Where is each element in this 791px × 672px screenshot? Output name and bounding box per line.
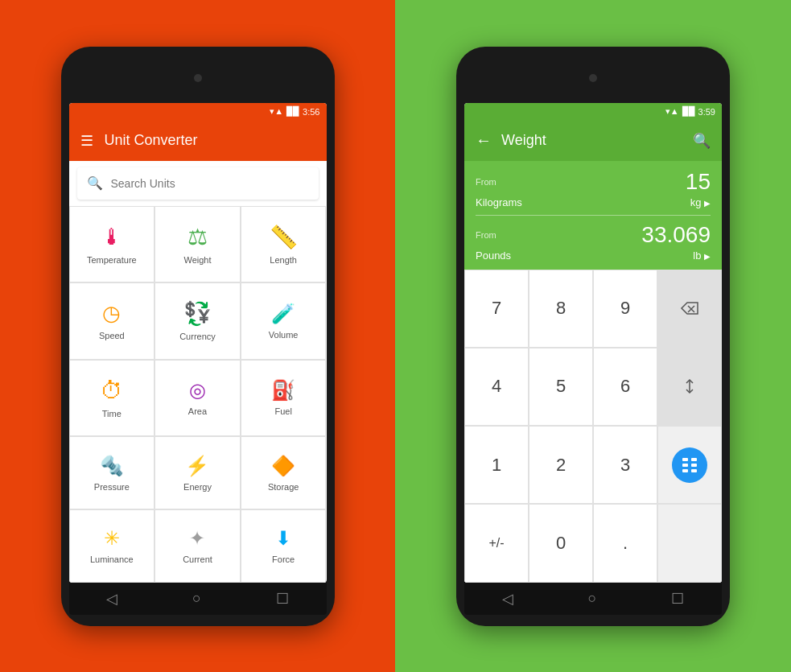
keypad: 7 8 9 4 5 6 xyxy=(464,270,722,583)
search-button[interactable]: 🔍 xyxy=(693,132,711,150)
status-bar-right: ▾▲ ▉▉ 3:59 xyxy=(464,103,722,121)
category-storage[interactable]: 🔶 Storage xyxy=(241,436,327,509)
phone-top-left xyxy=(69,58,327,87)
weight-title: Weight xyxy=(501,132,546,149)
wifi-icon: ▾▲ xyxy=(270,106,283,117)
category-luminance[interactable]: ✳ Luminance xyxy=(69,509,155,583)
app-bar-left: ☰ Unit Converter xyxy=(69,121,327,161)
to-unit-row[interactable]: Pounds lb ▶ xyxy=(476,249,711,262)
backspace-key[interactable] xyxy=(657,270,722,348)
category-speed[interactable]: ◷ Speed xyxy=(69,282,155,360)
category-pressure[interactable]: 🔩 Pressure xyxy=(69,436,155,509)
right-phone: ▾▲ ▉▉ 3:59 ← Weight 🔍 From 15 xyxy=(456,47,730,626)
to-unit-name: Pounds xyxy=(476,249,511,262)
volume-icon: 🧪 xyxy=(271,303,295,325)
category-area[interactable]: ◎ Area xyxy=(154,360,241,437)
app-title: Unit Converter xyxy=(105,132,198,149)
search-input[interactable] xyxy=(111,177,309,190)
recent-nav-r[interactable]: ☐ xyxy=(671,590,684,608)
currency-label: Currency xyxy=(179,332,216,341)
category-volume[interactable]: 🧪 Volume xyxy=(241,282,327,360)
key-plusminus[interactable]: +/- xyxy=(464,504,529,582)
signal-icon-r: ▉▉ xyxy=(682,106,695,117)
svg-rect-5 xyxy=(682,464,688,467)
home-nav-r[interactable]: ○ xyxy=(588,590,597,607)
category-energy[interactable]: ⚡ Energy xyxy=(154,436,241,509)
category-current[interactable]: ✦ Current xyxy=(154,509,241,583)
key-empty xyxy=(657,504,722,582)
camera-left xyxy=(194,74,202,82)
search-bar[interactable]: 🔍 xyxy=(77,167,319,200)
area-label: Area xyxy=(188,406,207,416)
menu-icon[interactable]: ☰ xyxy=(80,132,93,150)
category-grid: 🌡 Temperature ⚖ Weight 📏 Length ◷ Speed xyxy=(69,206,327,583)
pressure-label: Pressure xyxy=(94,482,130,492)
time-right: 3:59 xyxy=(698,107,715,117)
current-icon: ✦ xyxy=(189,527,205,550)
category-time[interactable]: ⏱ Time xyxy=(69,360,155,437)
status-bar-left: ▾▲ ▉▉ 3:56 xyxy=(69,103,327,121)
left-background: ▾▲ ▉▉ 3:56 ☰ Unit Converter 🔍 🌡 Tem xyxy=(0,0,395,672)
from-row: From 15 xyxy=(476,169,711,195)
key-9[interactable]: 9 xyxy=(593,270,657,348)
key-2[interactable]: 2 xyxy=(529,426,593,504)
from-unit-name: Kilograms xyxy=(476,196,522,208)
fuel-label: Fuel xyxy=(274,406,291,416)
current-label: Current xyxy=(183,555,212,564)
calc-key[interactable] xyxy=(657,426,722,504)
volume-label: Volume xyxy=(269,330,299,340)
to-value: 33.069 xyxy=(641,222,711,248)
wifi-icon-r: ▾▲ xyxy=(665,106,679,117)
key-4[interactable]: 4 xyxy=(464,348,529,426)
search-icon: 🔍 xyxy=(87,175,103,191)
category-force[interactable]: ⬇ Force xyxy=(241,509,327,583)
svg-rect-8 xyxy=(691,469,697,472)
key-1[interactable]: 1 xyxy=(464,426,529,504)
svg-rect-4 xyxy=(691,458,697,461)
key-5[interactable]: 5 xyxy=(529,348,593,426)
from-unit-abbr: kg ▶ xyxy=(690,196,711,208)
from-unit-row[interactable]: Kilograms kg ▶ xyxy=(476,196,711,216)
back-nav[interactable]: ◁ xyxy=(106,590,117,608)
home-nav[interactable]: ○ xyxy=(192,590,201,607)
key-7[interactable]: 7 xyxy=(464,270,529,348)
weight-label: Weight xyxy=(183,255,211,265)
length-label: Length xyxy=(270,255,297,265)
left-phone: ▾▲ ▉▉ 3:56 ☰ Unit Converter 🔍 🌡 Tem xyxy=(61,47,335,626)
key-8[interactable]: 8 xyxy=(529,270,593,348)
time-left: 3:56 xyxy=(303,107,319,117)
weight-display: From 15 Kilograms kg ▶ From 33.069 Pound… xyxy=(464,161,722,270)
pressure-icon: 🔩 xyxy=(100,455,124,477)
nav-bar-left: ◁ ○ ☐ xyxy=(69,583,327,615)
back-button[interactable]: ← xyxy=(476,131,492,150)
calc-button[interactable] xyxy=(672,447,707,483)
right-background: ▾▲ ▉▉ 3:59 ← Weight 🔍 From 15 xyxy=(395,0,791,672)
key-0[interactable]: 0 xyxy=(529,504,593,582)
svg-rect-7 xyxy=(682,469,688,472)
camera-right xyxy=(589,74,597,82)
category-weight[interactable]: ⚖ Weight xyxy=(154,206,241,283)
speed-icon: ◷ xyxy=(102,301,121,326)
speed-label: Speed xyxy=(99,331,125,340)
recent-nav[interactable]: ☐ xyxy=(276,590,289,608)
length-icon: 📏 xyxy=(270,224,298,250)
storage-icon: 🔶 xyxy=(271,455,295,477)
category-temperature[interactable]: 🌡 Temperature xyxy=(69,206,155,283)
category-length[interactable]: 📏 Length xyxy=(241,206,327,283)
key-3[interactable]: 3 xyxy=(593,426,657,504)
category-currency[interactable]: 💱 Currency xyxy=(154,282,241,360)
storage-label: Storage xyxy=(268,482,299,492)
key-dot[interactable]: . xyxy=(593,504,657,582)
to-label: From xyxy=(476,230,496,240)
back-nav-r[interactable]: ◁ xyxy=(502,590,513,608)
swap-key[interactable] xyxy=(657,348,722,426)
svg-rect-3 xyxy=(682,458,688,461)
to-unit-abbr: lb ▶ xyxy=(693,249,711,262)
fuel-icon: ⛽ xyxy=(271,379,295,402)
luminance-label: Luminance xyxy=(90,555,134,564)
temperature-icon: 🌡 xyxy=(101,224,123,250)
temperature-label: Temperature xyxy=(87,255,137,265)
key-6[interactable]: 6 xyxy=(593,348,657,426)
from-label: From xyxy=(476,177,496,187)
category-fuel[interactable]: ⛽ Fuel xyxy=(241,360,327,437)
